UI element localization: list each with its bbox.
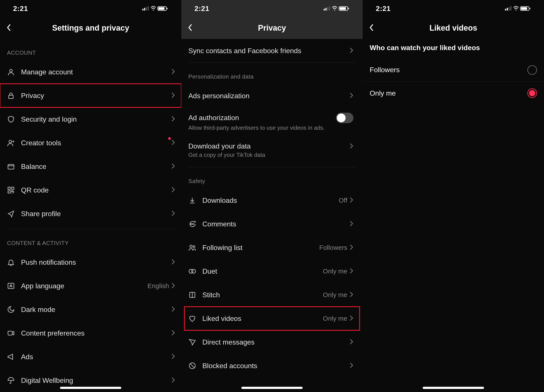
svg-point-21 [193, 246, 195, 248]
duet-icon [188, 267, 202, 275]
moon-icon [7, 306, 21, 313]
radio-only-me[interactable] [527, 88, 537, 98]
chevron-right-icon [350, 292, 354, 298]
status-indicators [142, 6, 168, 11]
row-security[interactable]: Security and login [0, 107, 181, 131]
status-indicators [324, 6, 349, 11]
svg-point-18 [192, 224, 193, 225]
qr-icon [7, 186, 21, 194]
row-privacy[interactable]: Privacy [0, 84, 181, 107]
svg-point-19 [193, 224, 194, 225]
page-title: Settings and privacy [0, 23, 181, 33]
chevron-right-icon [172, 377, 175, 383]
share-icon [7, 210, 21, 218]
comment-icon [188, 220, 202, 228]
chevron-right-icon [172, 187, 175, 193]
row-value: Followers [319, 244, 347, 251]
row-value: Only me [323, 268, 347, 275]
row-subtitle: Get a copy of your TikTok data [188, 152, 354, 158]
nav-bar: Liked videos [363, 17, 544, 39]
option-only-me[interactable]: Only me [363, 82, 544, 105]
bell-icon [7, 258, 21, 266]
svg-rect-13 [12, 187, 14, 190]
megaphone-icon [7, 353, 21, 361]
status-time: 2:21 [13, 5, 28, 13]
lock-icon [7, 92, 21, 99]
svg-rect-12 [8, 187, 11, 190]
chevron-right-icon [172, 306, 175, 313]
chevron-right-icon [350, 339, 354, 345]
row-app-language[interactable]: App language English [0, 274, 181, 298]
person-plus-icon [7, 139, 21, 147]
language-icon [7, 282, 21, 290]
radio-followers[interactable] [527, 65, 537, 75]
svg-point-23 [192, 269, 195, 273]
row-balance[interactable]: Balance [0, 155, 181, 178]
status-bar: 2:21 [0, 0, 181, 17]
row-share-profile[interactable]: Share profile [0, 202, 181, 225]
row-ad-authorization[interactable]: Ad authorization Allow third-party adver… [184, 108, 360, 136]
row-qr-code[interactable]: QR code [0, 178, 181, 202]
row-manage-account[interactable]: Manage account [0, 60, 181, 84]
wallet-icon [7, 162, 21, 170]
svg-rect-9 [9, 95, 13, 99]
chevron-right-icon [350, 93, 354, 99]
row-creator-tools[interactable]: Creator tools [0, 131, 181, 155]
status-bar: 2:21 [181, 0, 363, 17]
chevron-right-icon [172, 354, 175, 360]
row-stitch[interactable]: Stitch Only me [184, 283, 360, 307]
chevron-right-icon [172, 163, 175, 170]
page-title: Privacy [181, 23, 363, 33]
liked-videos-question: Who can watch your liked videos [363, 39, 544, 58]
section-personalization: Personalization and data [184, 63, 360, 84]
home-indicator[interactable] [423, 387, 484, 389]
row-content-preferences[interactable]: Content preferences [0, 321, 181, 345]
svg-rect-11 [8, 165, 14, 169]
video-icon [7, 329, 21, 337]
row-liked-videos[interactable]: Liked videos Only me [184, 307, 360, 330]
chevron-right-icon [172, 140, 175, 146]
nav-bar: Settings and privacy [0, 17, 181, 39]
block-icon [188, 362, 202, 370]
chevron-right-icon [350, 315, 354, 322]
row-dark-mode[interactable]: Dark mode [0, 298, 181, 321]
nav-bar: Privacy [181, 17, 363, 39]
row-ads[interactable]: Ads [0, 345, 181, 369]
screen-liked-videos: 2:21 Liked videos Who can watch your lik… [363, 0, 544, 392]
svg-rect-16 [8, 331, 12, 335]
row-blocked-accounts[interactable]: Blocked accounts [184, 354, 360, 378]
section-safety: Safety [184, 167, 360, 189]
svg-point-17 [191, 224, 191, 225]
row-download-data[interactable]: Download your data Get a copy of your Ti… [184, 136, 360, 165]
download-icon [188, 196, 202, 204]
row-value: Only me [323, 315, 347, 322]
toggle-ad-authorization[interactable] [336, 113, 354, 123]
row-ads-personalization[interactable]: Ads personalization [184, 84, 360, 108]
page-title: Liked videos [363, 23, 544, 33]
svg-point-20 [190, 245, 192, 248]
row-duet[interactable]: Duet Only me [184, 259, 360, 283]
chevron-right-icon [172, 259, 175, 265]
home-indicator[interactable] [60, 387, 121, 389]
people-icon [188, 244, 202, 252]
chevron-right-icon [350, 197, 354, 203]
screen-settings: 2:21 Settings and privacy ACCOUNT Manage… [0, 0, 181, 392]
row-comments[interactable]: Comments [184, 212, 360, 236]
chevron-right-icon [350, 48, 354, 54]
row-downloads[interactable]: Downloads Off [184, 189, 360, 212]
chevron-right-icon [172, 116, 175, 122]
shield-icon [7, 115, 21, 123]
row-following-list[interactable]: Following list Followers [184, 236, 360, 259]
screen-privacy: 2:21 Privacy Sync contacts and Facebook … [181, 0, 363, 392]
chevron-right-icon [172, 283, 175, 289]
chevron-right-icon [172, 211, 175, 217]
row-direct-messages[interactable]: Direct messages [184, 330, 360, 354]
status-indicators [505, 6, 531, 11]
home-indicator[interactable] [241, 387, 303, 389]
option-followers[interactable]: Followers [363, 58, 544, 82]
chevron-right-icon [350, 268, 354, 274]
row-sync-contacts[interactable]: Sync contacts and Facebook friends [184, 39, 360, 63]
row-push-notifications[interactable]: Push notifications [0, 250, 181, 274]
chevron-right-icon [350, 143, 354, 150]
send-icon [188, 338, 202, 346]
